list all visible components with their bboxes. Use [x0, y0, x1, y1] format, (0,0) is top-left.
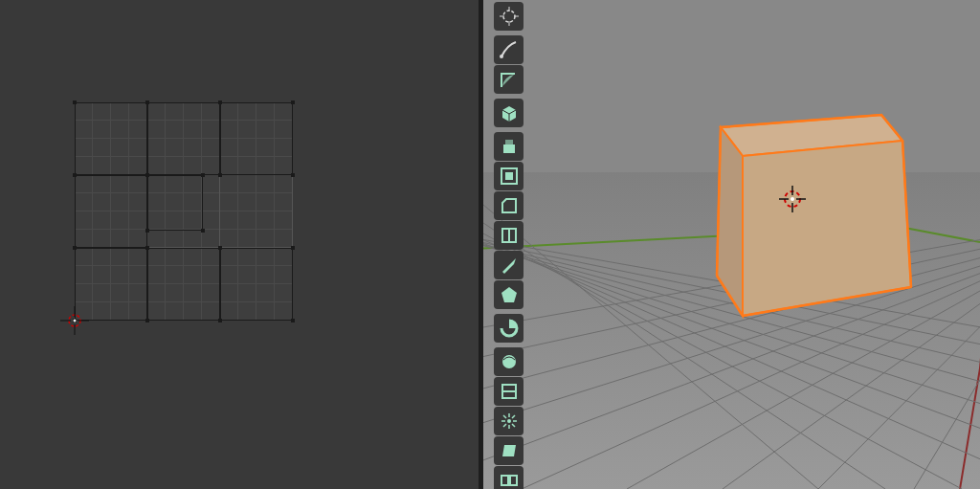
loop-cut-icon — [499, 225, 520, 246]
toolbar-3d — [494, 0, 523, 489]
uv-island[interactable] — [220, 248, 293, 321]
uv-island[interactable] — [147, 175, 203, 231]
tool-knife[interactable] — [494, 251, 523, 279]
tool-measure[interactable] — [494, 65, 523, 94]
svg-rect-50 — [505, 140, 513, 144]
tool-shear[interactable] — [494, 436, 523, 465]
uv-vertex[interactable] — [291, 173, 295, 177]
tool-loop-cut[interactable] — [494, 221, 523, 250]
uv-vertex[interactable] — [218, 173, 222, 177]
smooth-icon — [499, 351, 520, 372]
poly-build-icon — [499, 284, 520, 305]
uv-vertex[interactable] — [145, 100, 149, 104]
uv-vertex[interactable] — [145, 229, 149, 233]
shear-icon — [499, 440, 520, 461]
spin-icon — [499, 318, 520, 339]
tool-shrink-fatten[interactable] — [494, 407, 523, 435]
extrude-icon — [499, 136, 520, 157]
uv-vertex[interactable] — [291, 319, 295, 322]
tool-rip[interactable] — [494, 466, 523, 489]
uv-vertex[interactable] — [145, 319, 149, 322]
svg-rect-61 — [510, 476, 517, 485]
tool-poly-build[interactable] — [494, 280, 523, 309]
uv-vertex[interactable] — [73, 100, 77, 104]
uv-vertex[interactable] — [291, 246, 295, 250]
ruler-icon — [499, 69, 520, 90]
svg-point-48 — [500, 55, 503, 58]
shrink-fatten-icon — [499, 411, 520, 432]
uv-vertex[interactable] — [73, 173, 77, 177]
app-root — [0, 0, 980, 489]
tool-annotate[interactable] — [494, 35, 523, 64]
uv-canvas[interactable] — [75, 102, 293, 321]
knife-icon — [499, 255, 520, 276]
tool-extrude[interactable] — [494, 132, 523, 161]
tool-cursor[interactable] — [494, 2, 523, 31]
uv-editor[interactable] — [0, 0, 479, 489]
uv-island[interactable] — [75, 102, 147, 175]
pencil-icon — [499, 39, 520, 60]
uv-island[interactable] — [220, 102, 293, 175]
uv-island[interactable] — [147, 248, 220, 321]
uv-vertex[interactable] — [218, 319, 222, 322]
uv-vertex[interactable] — [73, 246, 77, 250]
uv-island[interactable] — [147, 102, 220, 175]
viewport-3d[interactable] — [483, 0, 980, 489]
tool-edge-slide[interactable] — [494, 377, 523, 406]
svg-point-59 — [507, 419, 511, 423]
tool-add-cube[interactable] — [494, 99, 523, 127]
svg-rect-52 — [505, 172, 513, 180]
uv-vertex[interactable] — [291, 100, 295, 104]
svg-rect-60 — [501, 476, 508, 485]
svg-marker-55 — [501, 287, 517, 302]
tool-spin[interactable] — [494, 314, 523, 343]
uv-vertex[interactable] — [201, 173, 205, 177]
cursor-icon — [499, 6, 520, 27]
object-cube[interactable] — [717, 115, 911, 316]
svg-point-43 — [503, 11, 515, 22]
uv-island[interactable] — [75, 248, 147, 321]
uv-island[interactable] — [75, 175, 147, 248]
uv-vertex[interactable] — [145, 246, 149, 250]
tool-smooth[interactable] — [494, 347, 523, 376]
uv-vertex[interactable] — [73, 319, 77, 322]
inset-icon — [499, 166, 520, 187]
svg-marker-34 — [743, 141, 911, 316]
tool-inset[interactable] — [494, 162, 523, 190]
svg-point-42 — [791, 197, 794, 201]
uv-vertex[interactable] — [145, 173, 149, 177]
rip-icon — [499, 470, 520, 489]
uv-vertex[interactable] — [218, 246, 222, 250]
viewport-scene[interactable] — [483, 0, 980, 489]
cube-add-icon — [499, 102, 520, 123]
edge-slide-icon — [499, 381, 520, 402]
uv-vertex[interactable] — [201, 229, 205, 233]
uv-vertex[interactable] — [218, 100, 222, 104]
bevel-icon — [499, 195, 520, 216]
svg-rect-49 — [503, 144, 515, 153]
tool-bevel[interactable] — [494, 191, 523, 220]
